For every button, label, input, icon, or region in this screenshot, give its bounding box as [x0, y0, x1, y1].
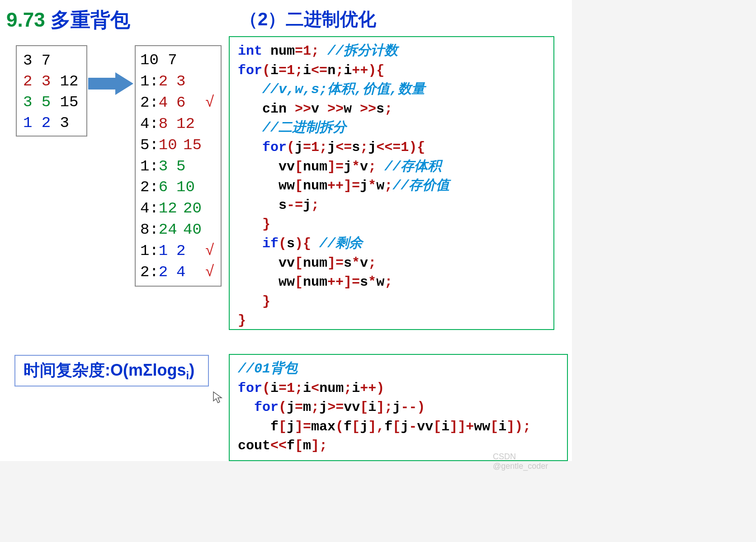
cursor-icon — [213, 391, 222, 407]
complexity-prefix: 时间复杂度:O(mΣlogs — [24, 361, 186, 379]
code-block-01knapsack: //01背包 for(i=1;i<num;i++) for(j=m;j>=vv[… — [229, 354, 568, 461]
output-row: 2:46√ — [140, 92, 214, 113]
check-icon: √ — [205, 240, 214, 262]
input-row: 2 3 12 — [23, 71, 78, 92]
output-row: 1:23 — [140, 71, 214, 92]
output-header: 10 7 — [140, 50, 214, 71]
title-right: （2）二进制优化 — [240, 7, 376, 32]
complexity-suffix: ) — [189, 361, 194, 379]
input-table: 3 7 2 3 123 5 151 2 3 — [16, 45, 87, 137]
output-row: 8:2440 — [140, 219, 214, 240]
svg-marker-0 — [88, 72, 133, 95]
complexity-box: 时间复杂度:O(mΣlogsi) — [14, 355, 209, 386]
check-icon: √ — [205, 262, 214, 283]
output-row: 4:812 — [140, 113, 214, 135]
output-row: 1:12√ — [140, 240, 214, 262]
slide: 9.73 多重背包 （2）二进制优化 3 7 2 3 123 5 151 2 3… — [0, 0, 572, 461]
input-header: 3 7 — [23, 51, 78, 71]
output-row: 1:35 — [140, 156, 214, 177]
output-row: 2:24√ — [140, 262, 214, 283]
check-icon: √ — [205, 92, 214, 113]
output-row: 4:1220 — [140, 198, 214, 219]
output-table: 10 7 1:232:46√4:8125:10151:352:6104:1220… — [135, 45, 222, 287]
title-left: 9.73 多重背包 — [6, 7, 130, 33]
code-block-binary-split: int num=1; //拆分计数 for(i=1;i<=n;i++){ //v… — [229, 36, 554, 330]
arrow-right-icon — [88, 72, 133, 95]
section-name: 多重背包 — [51, 9, 130, 31]
output-row: 5:1015 — [140, 135, 214, 156]
input-row: 1 2 3 — [23, 113, 78, 134]
section-number: 9.73 — [6, 9, 45, 31]
watermark: CSDN @gentle_coder — [493, 452, 572, 471]
input-row: 3 5 15 — [23, 92, 78, 113]
output-row: 2:610 — [140, 177, 214, 198]
